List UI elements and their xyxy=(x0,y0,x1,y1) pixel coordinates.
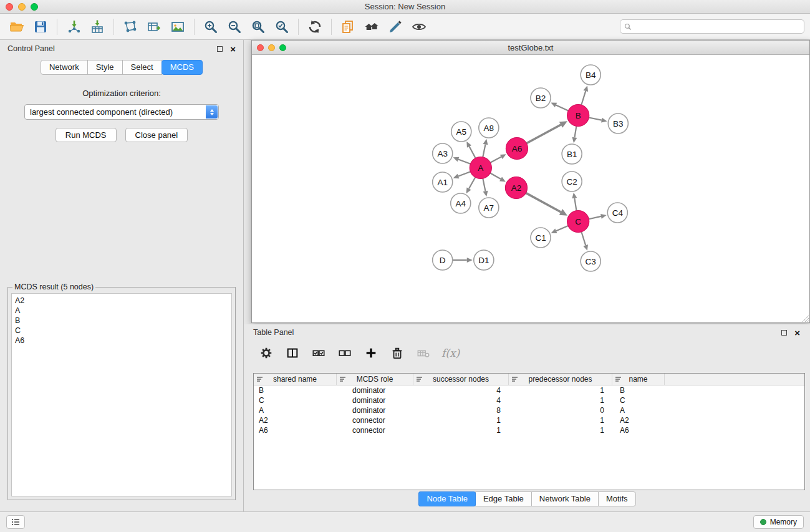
graph-node-A6[interactable]: A6 xyxy=(506,138,528,160)
graph-node-B3[interactable]: B3 xyxy=(608,114,628,133)
column-header[interactable]: MCDS role xyxy=(337,374,413,385)
tab-style[interactable]: Style xyxy=(87,60,123,75)
graph-node-B4[interactable]: B4 xyxy=(581,65,600,85)
graph-edge[interactable] xyxy=(526,193,561,212)
add-row-button[interactable] xyxy=(362,344,380,362)
table-cell[interactable]: connector xyxy=(337,425,413,435)
graph-node-D1[interactable]: D1 xyxy=(474,250,494,270)
graph-edge[interactable] xyxy=(469,177,475,188)
table-cell[interactable]: dominator xyxy=(337,395,413,405)
memory-button[interactable]: Memory xyxy=(753,515,804,529)
table-cell[interactable]: C xyxy=(254,395,337,405)
graph-node-A3[interactable]: A3 xyxy=(433,143,453,163)
graph-edge[interactable] xyxy=(490,173,501,179)
table-row[interactable]: Adominator80A xyxy=(254,405,804,415)
graph-node-A4[interactable]: A4 xyxy=(451,193,471,213)
graph-node-B1[interactable]: B1 xyxy=(562,144,582,164)
search-field[interactable] xyxy=(620,19,804,34)
delete-row-button[interactable] xyxy=(388,344,407,362)
zoom-in-button[interactable] xyxy=(199,17,223,37)
network-canvas[interactable]: B4B2BB3A5A8A6B1A3AC2A1A2A4A7C4CC1C3DD1 xyxy=(252,55,809,322)
table-row[interactable]: A6connector11A6 xyxy=(254,425,804,435)
graph-node-A8[interactable]: A8 xyxy=(479,118,499,138)
graph-node-C[interactable]: C xyxy=(567,211,589,233)
task-history-button[interactable] xyxy=(6,515,25,529)
run-mcds-button[interactable]: Run MCDS xyxy=(55,128,117,142)
graph-edge[interactable] xyxy=(526,125,561,143)
deselect-all-button[interactable] xyxy=(335,344,354,362)
table-cell[interactable]: 4 xyxy=(413,395,509,405)
graph-node-C2[interactable]: C2 xyxy=(562,172,582,191)
table-cell[interactable]: connector xyxy=(337,415,413,425)
close-table-panel-icon[interactable]: × xyxy=(794,328,800,337)
column-header[interactable]: shared name xyxy=(254,374,337,385)
column-header[interactable]: predecessor nodes xyxy=(509,374,612,385)
table-cell[interactable]: dominator xyxy=(337,385,413,395)
network-graph[interactable]: B4B2BB3A5A8A6B1A3AC2A1A2A4A7C4CC1C3DD1 xyxy=(252,55,809,322)
tab-network[interactable]: Network xyxy=(41,60,88,75)
export-table-button[interactable] xyxy=(142,17,166,37)
table-row[interactable]: Cdominator41C xyxy=(254,395,804,405)
graph-edge[interactable] xyxy=(483,178,485,191)
table-cell[interactable]: 1 xyxy=(509,395,612,405)
graph-edge[interactable] xyxy=(556,105,569,110)
table-row[interactable]: A2connector11A2 xyxy=(254,415,804,425)
table-cell[interactable]: A2 xyxy=(254,415,337,425)
graph-edge[interactable] xyxy=(581,232,586,246)
delete-table-button[interactable] xyxy=(414,344,433,362)
graph-node-A[interactable]: A xyxy=(470,157,491,179)
graph-edge[interactable] xyxy=(589,216,601,219)
table-cell[interactable]: 1 xyxy=(509,385,612,395)
table-cell[interactable]: C xyxy=(612,395,665,405)
result-item[interactable]: B xyxy=(15,316,228,326)
table-cell[interactable]: B xyxy=(612,385,665,395)
float-panel-icon[interactable] xyxy=(217,46,223,52)
table-cell[interactable]: 4 xyxy=(413,385,509,395)
table-cell[interactable]: A xyxy=(612,405,665,415)
result-item[interactable]: C xyxy=(15,326,228,336)
graph-node-A1[interactable]: A1 xyxy=(433,172,453,192)
graph-node-A7[interactable]: A7 xyxy=(479,198,499,218)
table-cell[interactable]: 0 xyxy=(509,405,612,415)
tab-network-table[interactable]: Network Table xyxy=(531,491,599,506)
home-network-button[interactable] xyxy=(360,17,383,37)
table-cell[interactable]: B xyxy=(254,385,337,395)
table-row[interactable]: Bdominator41B xyxy=(254,385,804,395)
graph-node-D[interactable]: D xyxy=(433,250,453,270)
column-header[interactable]: name xyxy=(612,374,665,385)
graph-edge[interactable] xyxy=(483,144,485,157)
copy-document-button[interactable] xyxy=(336,17,360,37)
table-cell[interactable]: 1 xyxy=(509,425,612,435)
graph-edge[interactable] xyxy=(490,157,501,162)
graph-edge[interactable] xyxy=(556,226,568,231)
open-session-button[interactable] xyxy=(5,17,29,37)
tab-node-table[interactable]: Node Table xyxy=(418,491,476,506)
graph-edge[interactable] xyxy=(574,126,576,137)
tab-mcds[interactable]: MCDS xyxy=(162,60,203,75)
graph-edge[interactable] xyxy=(458,172,470,176)
graph-node-B[interactable]: B xyxy=(567,105,589,127)
show-columns-button[interactable] xyxy=(283,344,302,362)
close-panel-button[interactable]: Close panel xyxy=(125,128,188,142)
result-item[interactable]: A2 xyxy=(15,296,228,306)
style-brush-button[interactable] xyxy=(383,17,407,37)
graph-edge[interactable] xyxy=(458,160,470,164)
show-hide-button[interactable] xyxy=(407,17,431,37)
result-item[interactable]: A6 xyxy=(15,336,228,346)
table-settings-button[interactable] xyxy=(257,344,276,362)
optimization-criterion-dropdown[interactable]: largest connected component (directed) xyxy=(24,104,219,120)
function-builder-button[interactable]: f(x) xyxy=(441,347,460,359)
zoom-fit-button[interactable] xyxy=(246,17,270,37)
graph-node-B2[interactable]: B2 xyxy=(531,88,551,108)
graph-node-A2[interactable]: A2 xyxy=(505,177,527,199)
network-window-titlebar[interactable]: testGlobe.txt xyxy=(252,41,809,55)
graph-edge[interactable] xyxy=(589,117,601,120)
zoom-selected-button[interactable] xyxy=(270,17,294,37)
table-cell[interactable]: 1 xyxy=(413,415,509,425)
float-table-panel-icon[interactable] xyxy=(781,330,787,336)
table-cell[interactable]: 1 xyxy=(509,415,612,425)
column-header[interactable]: successor nodes xyxy=(413,374,509,385)
graph-edge[interactable] xyxy=(574,198,576,211)
tab-select[interactable]: Select xyxy=(122,60,162,75)
graph-edge[interactable] xyxy=(470,147,476,158)
